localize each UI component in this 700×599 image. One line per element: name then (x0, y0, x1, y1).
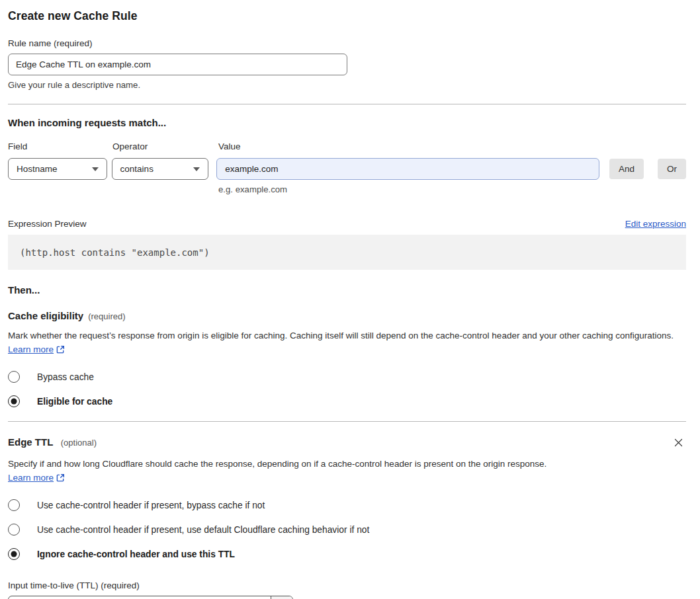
operator-select[interactable]: contains (112, 158, 209, 180)
section-divider (8, 421, 686, 422)
ttl-select-value: 1 day (9, 596, 271, 599)
expression-preview-label: Expression Preview (8, 219, 87, 229)
expression-preview-row: Expression Preview Edit expression (8, 219, 686, 229)
or-button[interactable]: Or (658, 159, 686, 179)
value-label: Value (218, 141, 241, 151)
expression-code-block: (http.host contains "example.com") (8, 235, 686, 270)
edge-ttl-heading-row: Edge TTL (optional) (8, 436, 686, 451)
cache-eligibility-title: Cache eligibility (8, 310, 83, 321)
radio-bypass-cache[interactable]: Bypass cache (8, 371, 686, 383)
cache-eligibility-qualifier: (required) (88, 311, 125, 321)
chevron-down-icon (193, 167, 200, 171)
radio-eligible-for-cache[interactable]: Eligible for cache (8, 395, 686, 407)
external-link-icon (56, 344, 65, 358)
edge-ttl-qualifier: (optional) (61, 438, 97, 448)
match-heading: When incoming requests match... (8, 117, 686, 128)
section-divider (8, 104, 686, 104)
value-input[interactable] (216, 158, 599, 180)
radio-use-header-default[interactable]: Use cache-control header if present, use… (8, 524, 686, 536)
ttl-dropdown-button[interactable] (271, 596, 292, 599)
radio-ignore-header-use-ttl[interactable]: Ignore cache-control header and use this… (8, 548, 686, 560)
then-heading: Then... (8, 284, 686, 296)
rule-name-input[interactable] (8, 54, 347, 75)
match-column-labels: Field Operator Value (8, 141, 686, 151)
expression-code: (http.host contains "example.com") (20, 247, 210, 258)
rule-name-help: Give your rule a descriptive name. (8, 80, 686, 90)
radio-icon[interactable] (8, 499, 20, 511)
radio-use-header-bypass[interactable]: Use cache-control header if present, byp… (8, 499, 686, 511)
operator-select-value: contains (120, 164, 194, 174)
field-select[interactable]: Hostname (8, 158, 107, 180)
and-button[interactable]: And (609, 159, 644, 179)
edit-expression-link[interactable]: Edit expression (625, 219, 686, 229)
radio-icon[interactable] (8, 371, 20, 383)
operator-label: Operator (112, 141, 218, 151)
radio-checked-icon[interactable] (8, 395, 20, 407)
page-title: Create new Cache Rule (8, 9, 686, 23)
field-select-value: Hostname (17, 164, 92, 174)
edge-ttl-title: Edge TTL (8, 436, 53, 448)
field-label: Field (8, 141, 112, 151)
create-cache-rule-form: Create new Cache Rule Rule name (require… (8, 0, 686, 599)
radio-checked-icon[interactable] (8, 548, 20, 560)
edge-ttl-description: Specify if and how long Cloudflare shoul… (8, 457, 560, 486)
learn-more-link[interactable]: Learn more (8, 344, 54, 354)
close-icon[interactable] (672, 436, 685, 451)
cache-eligibility-description: Mark whether the request’s response from… (8, 329, 676, 358)
value-help: e.g. example.com (218, 184, 686, 194)
radio-icon[interactable] (8, 524, 20, 536)
chevron-down-icon (92, 167, 99, 171)
ttl-input-label: Input time-to-live (TTL) (required) (8, 580, 686, 590)
rule-name-label: Rule name (required) (8, 38, 686, 48)
learn-more-link[interactable]: Learn more (8, 473, 54, 483)
cache-eligibility-heading-row: Cache eligibility (required) (8, 310, 686, 321)
ttl-select[interactable]: 1 day (8, 596, 293, 599)
external-link-icon (56, 472, 65, 486)
match-condition-row: Hostname contains And Or (8, 158, 686, 180)
